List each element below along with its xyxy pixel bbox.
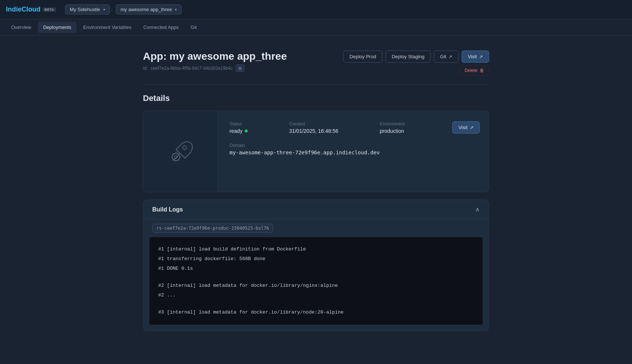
workspace-dropdown[interactable]: My Sidehustle ▾ <box>65 4 110 14</box>
build-logs-title: Build Logs <box>152 206 183 213</box>
app-label: my awesome app_three <box>121 7 172 12</box>
deploy-staging-button[interactable]: Deploy Staging <box>385 50 431 63</box>
delete-button[interactable]: Delete 🗑 <box>460 66 489 75</box>
log-line-4: #2 [internal] load metadata for docker.i… <box>158 281 474 291</box>
build-logs-body: rs-ceef7e2a-72e9f96e-produc-15040523-bsl… <box>143 219 489 325</box>
nav-deployments[interactable]: Deployments <box>38 22 76 33</box>
details-visit-label: Visit <box>459 125 468 130</box>
section-title: Details <box>143 94 489 103</box>
details-visit-button[interactable]: Visit ↗ <box>452 121 480 134</box>
svg-line-10 <box>179 154 179 154</box>
delete-label: Delete <box>465 68 478 73</box>
details-info: Status ready Created 31/01/2025, 16:48:5… <box>218 111 443 192</box>
created-field: Created 31/01/2025, 16:48:56 <box>289 121 365 134</box>
nav-git[interactable]: Git <box>185 22 202 33</box>
domain-field: Domain my-awesome-app-three-72e9f96e.app… <box>229 143 431 155</box>
logo-text: IndieCloud <box>6 6 40 13</box>
app-header-left: App: my awesome app_three id: ceef7e2a-6… <box>143 50 287 72</box>
logo: IndieCloud BETA <box>6 6 56 13</box>
nav-connected-apps[interactable]: Connected Apps <box>138 22 184 33</box>
visit-btn-panel: Visit ↗ <box>443 111 489 192</box>
workspace-label: My Sidehustle <box>70 7 100 12</box>
visit-button-label: Visit <box>468 54 477 59</box>
delete-row: Delete 🗑 <box>343 66 489 75</box>
svg-line-8 <box>179 160 179 160</box>
build-logs-header[interactable]: Build Logs ∧ <box>143 200 489 219</box>
visit-button[interactable]: Visit ↗ <box>462 50 489 63</box>
delete-icon: 🗑 <box>480 68 484 73</box>
details-visit-icon: ↗ <box>470 125 473 130</box>
git-button[interactable]: Git ↗ <box>434 50 459 63</box>
collapse-icon: ∧ <box>475 206 480 213</box>
status-field: Status ready <box>229 121 274 134</box>
visit-external-icon: ↗ <box>479 54 483 59</box>
created-value: 31/01/2025, 16:48:56 <box>289 128 365 134</box>
svg-line-7 <box>172 154 173 154</box>
log-line-empty-2 <box>158 300 474 308</box>
log-line-1: #1 [internal] load build definition from… <box>158 245 474 254</box>
external-link-icon: ↗ <box>449 54 452 59</box>
environment-field: Environment production <box>380 121 431 134</box>
app-id: id: ceef7e2a-6bba-4f5b-94c7-94b302e19b4c… <box>143 65 287 72</box>
app-id-label: id: <box>143 66 148 71</box>
app-dropdown[interactable]: my awesome app_three ▾ <box>116 4 182 14</box>
app-dropdown-arrow: ▾ <box>175 7 177 12</box>
log-terminal: #1 [internal] load build definition from… <box>149 237 483 325</box>
log-line-5: #2 ... <box>158 291 474 300</box>
build-logs-card: Build Logs ∧ rs-ceef7e2a-72e9f96e-produc… <box>143 200 489 331</box>
sub-nav: Overview Deployments Environment Variabl… <box>0 19 632 36</box>
status-value: ready <box>229 128 274 134</box>
app-id-value: ceef7e2a-6bba-4f5b-94c7-94b302e19b4c <box>151 66 233 71</box>
app-icon-panel <box>143 111 218 192</box>
nav-env-vars[interactable]: Environment Variables <box>78 22 137 33</box>
log-line-2: #1 transferring dockerfile: 568B done <box>158 254 474 264</box>
divider <box>143 84 489 85</box>
nav-overview[interactable]: Overview <box>6 22 36 33</box>
app-header: App: my awesome app_three id: ceef7e2a-6… <box>143 50 489 75</box>
environment-label: Environment <box>380 121 431 127</box>
log-tag: rs-ceef7e2a-72e9f96e-produc-15040523-bsl… <box>152 224 273 233</box>
git-button-label: Git <box>440 54 446 59</box>
domain-value: my-awesome-app-three-72e9f96e.app.indiec… <box>229 150 431 155</box>
log-line-6: #3 [internal] load metadata for docker.i… <box>158 308 474 317</box>
svg-point-0 <box>183 146 186 150</box>
header-btn-row: Deploy Prod Deploy Staging Git ↗ Visit ↗ <box>343 50 489 63</box>
domain-label: Domain <box>229 143 431 148</box>
details-card: Status ready Created 31/01/2025, 16:48:5… <box>143 111 489 192</box>
beta-badge: BETA <box>43 7 56 12</box>
log-line-3: #1 DONE 0.1s <box>158 264 474 273</box>
environment-value: production <box>380 128 431 134</box>
created-label: Created <box>289 121 365 127</box>
header-buttons: Deploy Prod Deploy Staging Git ↗ Visit ↗… <box>343 50 489 75</box>
app-icon <box>166 137 195 166</box>
log-line-empty-1 <box>158 273 474 281</box>
app-title: App: my awesome app_three <box>143 50 287 62</box>
svg-point-1 <box>172 153 180 161</box>
status-dot <box>245 129 248 132</box>
status-label: Status <box>229 121 274 127</box>
deploy-prod-button[interactable]: Deploy Prod <box>343 50 382 63</box>
copy-id-button[interactable]: ⧉ <box>236 65 244 72</box>
top-nav: IndieCloud BETA My Sidehustle ▾ my aweso… <box>0 0 632 19</box>
main-content: App: my awesome app_three id: ceef7e2a-6… <box>134 36 498 346</box>
workspace-dropdown-arrow: ▾ <box>103 7 105 12</box>
svg-line-9 <box>172 160 173 160</box>
